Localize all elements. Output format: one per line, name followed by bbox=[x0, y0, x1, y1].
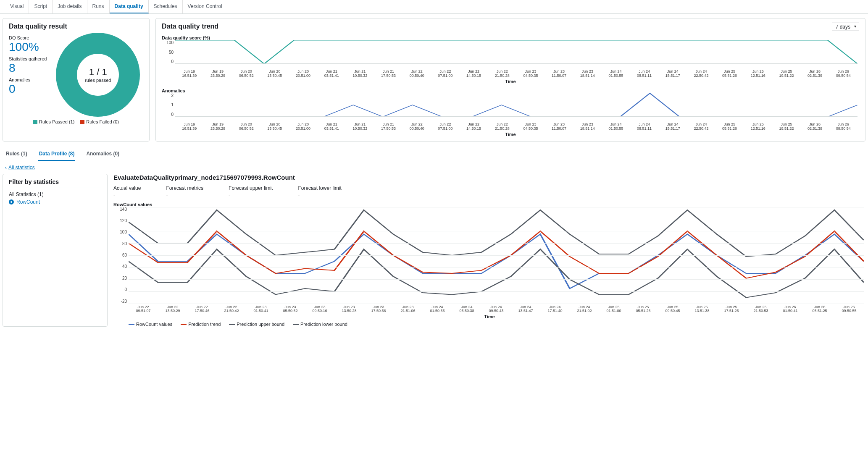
dq-trend-title: Data quality trend bbox=[162, 23, 218, 30]
dq-result-title: Data quality result bbox=[9, 23, 143, 30]
dq-result-card: Data quality result DQ Score 100% Statis… bbox=[3, 18, 150, 142]
rowcount-plot bbox=[129, 207, 864, 304]
metric-forecast-metrics: Forecast metrics- bbox=[166, 185, 203, 198]
dq-numbers: DQ Score 100% Statistics gathered 8 Anom… bbox=[9, 33, 47, 117]
dq-trend-card: Data quality trend 7 days Data quality s… bbox=[155, 18, 865, 142]
metric-forecast-lower-limit: Forecast lower limit- bbox=[298, 185, 341, 198]
filter-card: Filter by statistics All Statistics (1) … bbox=[3, 174, 108, 327]
range-select[interactable]: 7 days bbox=[832, 23, 859, 31]
metric-forecast-upper-limit: Forecast upper limit- bbox=[229, 185, 273, 198]
detail-card: EvaluateDataQualityprimary_node171569707… bbox=[113, 174, 865, 327]
back-all-statistics[interactable]: ‹ All statistics bbox=[0, 161, 40, 174]
donut-count: 1 / 1 bbox=[89, 67, 107, 78]
time-label-3: Time bbox=[113, 314, 865, 319]
sub-tab-data-profile-8-[interactable]: Data Profile (8) bbox=[38, 147, 76, 161]
legend-failed: Rules Failed (0) bbox=[80, 119, 119, 124]
top-tabs: VisualScriptJob detailsRunsData qualityS… bbox=[0, 0, 868, 14]
chevron-left-icon: ‹ bbox=[5, 165, 7, 170]
legend-passed: Rules Passed (1) bbox=[33, 119, 74, 124]
donut-sub: rules passed bbox=[85, 78, 111, 83]
anom-chart-title: Anomalies bbox=[162, 88, 859, 93]
metric-actual-value: Actual value- bbox=[113, 185, 141, 198]
score-plot bbox=[175, 40, 857, 64]
top-tab-runs[interactable]: Runs bbox=[87, 0, 110, 13]
legend-rowcount-values: RowCount values bbox=[129, 322, 172, 327]
anom-xaxis: Jun 1916:51:39Jun 1923:50:29Jun 2006:50:… bbox=[175, 123, 857, 131]
time-label-1: Time bbox=[162, 79, 859, 84]
dq-stats-value: 8 bbox=[9, 61, 47, 75]
top-tab-version-control[interactable]: Version Control bbox=[183, 0, 227, 13]
dq-stats-label: Statistics gathered bbox=[9, 56, 47, 61]
sub-tabs: Rules (1)Data Profile (8)Anomalies (0) bbox=[0, 147, 868, 161]
sub-tab-rules-1-[interactable]: Rules (1) bbox=[5, 147, 28, 161]
donut-chart: 1 / 1 rules passed bbox=[56, 33, 140, 117]
rowcount-xaxis: Jun 2209:51:07Jun 2213:50:29Jun 2217:50:… bbox=[129, 305, 864, 314]
metrics-row: Actual value-Forecast metrics-Forecast u… bbox=[113, 185, 865, 198]
top-tab-visual[interactable]: Visual bbox=[5, 0, 29, 13]
detail-title: EvaluateDataQualityprimary_node171569707… bbox=[113, 174, 865, 181]
top-tab-script[interactable]: Script bbox=[29, 0, 53, 13]
top-tab-job-details[interactable]: Job details bbox=[53, 0, 87, 13]
sub-tab-anomalies-0-[interactable]: Anomalies (0) bbox=[85, 147, 120, 161]
radio-icon bbox=[9, 199, 14, 204]
filter-item-rowcount[interactable]: RowCount bbox=[9, 199, 101, 205]
filter-all-label: All Statistics (1) bbox=[9, 191, 101, 197]
legend-prediction-upper-bound: Prediction upper bound bbox=[229, 322, 284, 327]
rowcount-yaxis: 140120100806040200-20 bbox=[113, 207, 127, 304]
time-label-2: Time bbox=[162, 132, 859, 137]
dq-anom-value: 0 bbox=[9, 82, 47, 96]
score-chart-title: Data quality score (%) bbox=[162, 35, 859, 40]
anom-yaxis: 210 bbox=[162, 93, 174, 117]
dq-score-value: 100% bbox=[9, 40, 47, 54]
legend-prediction-lower-bound: Prediction lower bound bbox=[293, 322, 347, 327]
filter-title: Filter by statistics bbox=[9, 178, 101, 185]
score-yaxis: 100500 bbox=[162, 40, 174, 64]
legend-prediction-trend: Prediction trend bbox=[181, 322, 221, 327]
dq-score-label: DQ Score bbox=[9, 35, 47, 40]
top-tab-data-quality[interactable]: Data quality bbox=[110, 0, 149, 13]
rowcount-legend: RowCount valuesPrediction trendPredictio… bbox=[129, 322, 865, 327]
rowcount-chart-title: RowCount values bbox=[113, 202, 865, 207]
anom-plot bbox=[175, 93, 857, 117]
top-tab-schedules[interactable]: Schedules bbox=[149, 0, 183, 13]
score-xaxis: Jun 1916:51:39Jun 1923:50:29Jun 2006:50:… bbox=[175, 70, 857, 78]
dq-anom-label: Anomalies bbox=[9, 77, 47, 82]
